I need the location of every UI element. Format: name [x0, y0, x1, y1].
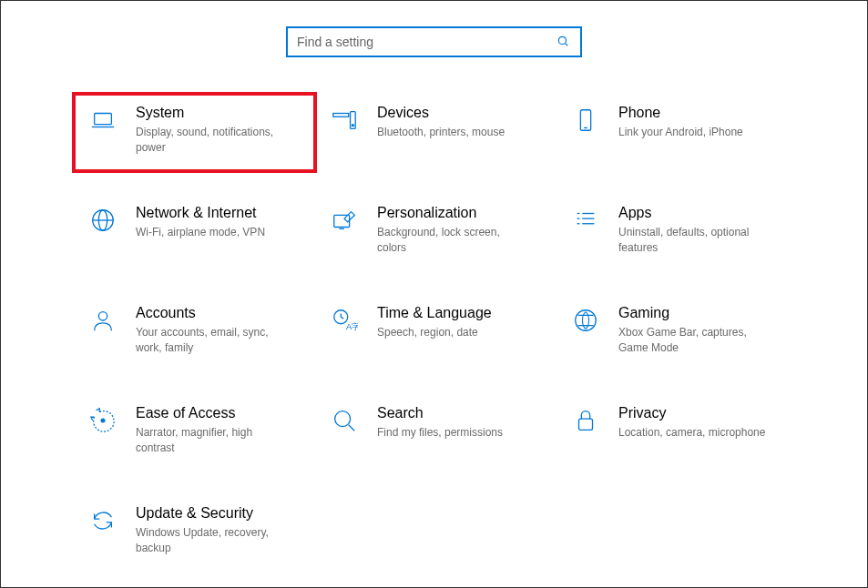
category-title: Time & Language: [377, 305, 492, 321]
category-desc: Location, camera, microphone: [618, 425, 765, 441]
category-desc: Windows Update, recovery, backup: [136, 525, 291, 556]
ease-of-access-icon: [85, 407, 121, 434]
category-accounts[interactable]: Accounts Your accounts, email, sync, wor…: [74, 294, 315, 371]
category-title: Gaming: [618, 305, 773, 321]
category-title: Devices: [377, 105, 505, 121]
apps-icon: [567, 207, 604, 234]
svg-point-6: [352, 125, 353, 127]
category-desc: Bluetooth, printers, mouse: [377, 125, 505, 140]
category-devices[interactable]: Devices Bluetooth, printers, mouse: [315, 94, 557, 171]
category-title: Ease of Access: [136, 405, 291, 421]
devices-icon: [326, 106, 363, 134]
search-input[interactable]: [297, 35, 571, 49]
svg-point-27: [576, 310, 597, 331]
sync-icon: [85, 507, 121, 534]
category-desc: Find my files, permissions: [377, 425, 503, 441]
magnifier-icon: [326, 407, 363, 434]
category-title: System: [136, 105, 291, 121]
category-update-security[interactable]: Update & Security Windows Update, recove…: [74, 494, 315, 572]
svg-line-1: [565, 43, 567, 46]
category-title: Update & Security: [136, 505, 291, 522]
category-desc: Display, sound, notifications, power: [136, 125, 291, 156]
category-title: Search: [377, 405, 503, 421]
globe-icon: [85, 207, 121, 234]
category-title: Phone: [618, 105, 743, 121]
category-ease-of-access[interactable]: Ease of Access Narrator, magnifier, high…: [74, 394, 315, 471]
category-apps[interactable]: Apps Uninstall, defaults, optional featu…: [557, 194, 798, 271]
svg-point-29: [335, 411, 351, 427]
category-desc: Link your Android, iPhone: [618, 125, 743, 140]
phone-icon: [567, 106, 604, 134]
laptop-icon: [85, 106, 121, 134]
person-icon: [85, 307, 121, 334]
category-desc: Your accounts, email, sync, work, family: [136, 325, 291, 356]
category-title: Apps: [618, 205, 773, 221]
category-title: Personalization: [377, 205, 532, 221]
lock-icon: [567, 407, 604, 434]
category-desc: Background, lock screen, colors: [377, 225, 532, 256]
category-desc: Narrator, magnifier, high contrast: [136, 425, 291, 456]
svg-point-22: [98, 312, 107, 320]
svg-line-25: [341, 317, 343, 319]
category-network[interactable]: Network & Internet Wi-Fi, airplane mode,…: [74, 194, 315, 271]
category-gaming[interactable]: Gaming Xbox Game Bar, captures, Game Mod…: [557, 294, 798, 371]
gaming-icon: [567, 307, 604, 334]
paint-icon: [326, 207, 363, 234]
search-icon: [557, 35, 569, 50]
category-phone[interactable]: Phone Link your Android, iPhone: [557, 94, 798, 171]
category-desc: Speech, region, date: [377, 325, 492, 340]
category-desc: Xbox Game Bar, captures, Game Mode: [618, 325, 773, 356]
svg-line-30: [349, 425, 355, 431]
category-personalization[interactable]: Personalization Background, lock screen,…: [315, 194, 557, 271]
search-container: [1, 1, 867, 94]
categories-grid: System Display, sound, notifications, po…: [1, 94, 867, 572]
category-system[interactable]: System Display, sound, notifications, po…: [74, 94, 315, 171]
svg-point-0: [558, 36, 566, 44]
search-box[interactable]: [286, 26, 582, 57]
time-language-icon: A字: [326, 307, 363, 334]
svg-text:A字: A字: [346, 322, 358, 331]
category-time-language[interactable]: A字 Time & Language Speech, region, date: [315, 294, 557, 371]
category-privacy[interactable]: Privacy Location, camera, microphone: [557, 394, 798, 471]
svg-rect-2: [95, 114, 112, 125]
svg-point-28: [101, 419, 105, 422]
category-title: Network & Internet: [136, 205, 265, 221]
category-desc: Uninstall, defaults, optional features: [618, 225, 773, 256]
category-title: Privacy: [618, 405, 765, 421]
category-title: Accounts: [136, 305, 291, 321]
svg-rect-31: [579, 419, 593, 430]
svg-rect-4: [333, 114, 349, 117]
category-search[interactable]: Search Find my files, permissions: [315, 394, 557, 471]
category-desc: Wi-Fi, airplane mode, VPN: [136, 225, 265, 240]
